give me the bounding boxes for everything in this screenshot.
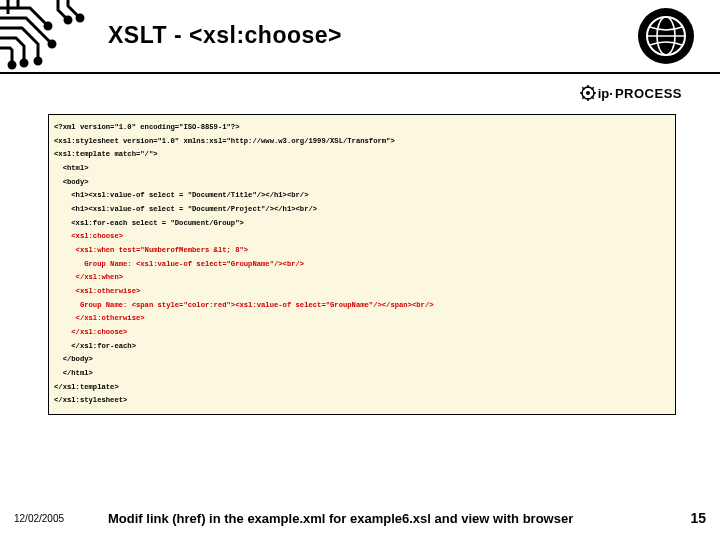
gear-icon	[580, 85, 596, 101]
code-line: </html>	[54, 367, 670, 381]
svg-point-1	[49, 41, 55, 47]
brand-logo: ip· PROCESS	[580, 85, 682, 101]
code-line: <xsl:stylesheet version="1.0" xmlns:xsl=…	[54, 135, 670, 149]
code-line: <?xml version="1.0" encoding="ISO-8859-1…	[54, 121, 670, 135]
footer-date: 12/02/2005	[14, 513, 64, 524]
code-block: <?xml version="1.0" encoding="ISO-8859-1…	[48, 114, 676, 415]
footer-instruction: Modif link (href) in the example.xml for…	[108, 511, 573, 526]
svg-point-11	[586, 91, 590, 95]
svg-point-0	[45, 23, 51, 29]
page-number: 15	[690, 510, 706, 526]
code-line: <xsl:for-each select = "Document/Group">	[54, 217, 670, 231]
code-line: </xsl:for-each>	[54, 340, 670, 354]
code-line: Group Name: <xsl:value-of select="GroupN…	[54, 258, 670, 272]
code-line: <h1><xsl:value-of select = "Document/Pro…	[54, 203, 670, 217]
code-line: </xsl:template>	[54, 381, 670, 395]
slide-title: XSLT - <xsl:choose>	[108, 22, 342, 49]
code-line: <xsl:choose>	[54, 230, 670, 244]
svg-point-6	[77, 15, 83, 21]
code-line: <xsl:template match="/">	[54, 148, 670, 162]
header-divider	[0, 72, 720, 74]
code-line: </xsl:stylesheet>	[54, 394, 670, 408]
code-line: <html>	[54, 162, 670, 176]
code-line: <xsl:otherwise>	[54, 285, 670, 299]
code-line: <h1><xsl:value-of select = "Document/Tit…	[54, 189, 670, 203]
globe-icon	[645, 15, 687, 57]
logo-text-process: PROCESS	[615, 86, 682, 101]
circuit-decoration	[0, 0, 98, 76]
code-line: <body>	[54, 176, 670, 190]
code-line: Group Name: <span style="color:red"><xsl…	[54, 299, 670, 313]
svg-point-3	[21, 60, 27, 66]
code-line: </body>	[54, 353, 670, 367]
header-badge	[638, 8, 694, 64]
code-line: <xsl:when test="NumberofMembers &lt; 8">	[54, 244, 670, 258]
code-line: </xsl:otherwise>	[54, 312, 670, 326]
svg-point-4	[9, 62, 15, 68]
logo-text-ip: ip·	[598, 86, 613, 101]
code-line: </xsl:choose>	[54, 326, 670, 340]
svg-point-5	[65, 17, 71, 23]
slide-header: XSLT - <xsl:choose>	[0, 0, 720, 78]
code-line: </xsl:when>	[54, 271, 670, 285]
svg-point-2	[35, 58, 41, 64]
